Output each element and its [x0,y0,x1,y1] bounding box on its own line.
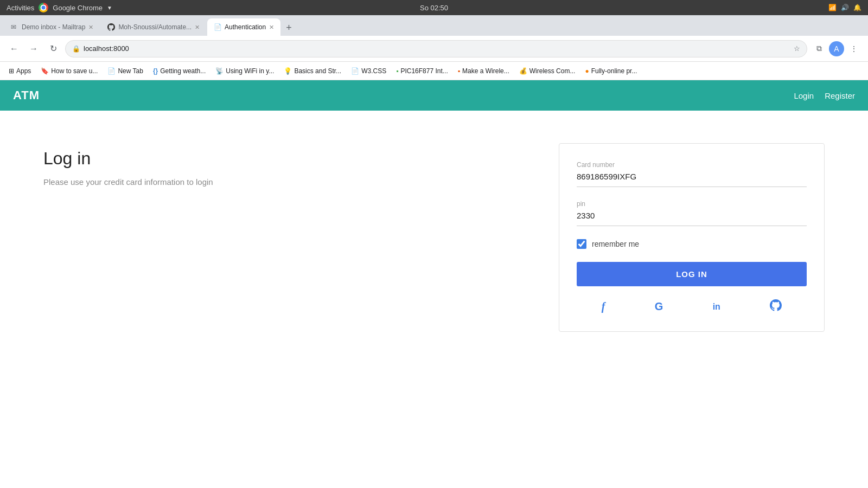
bookmark-wifi[interactable]: 📡 Using WiFi in y... [211,65,278,77]
url-text[interactable]: localhost:8000 [84,44,790,53]
tab-github[interactable]: Moh-Snoussi/Automate... ✕ [101,18,206,36]
bookmark-wireless[interactable]: ▪ Make a Wirele... [454,65,514,77]
tab-auth-close[interactable]: ✕ [269,24,274,31]
bookmark-getting-weather[interactable]: {} Getting weath... [149,65,210,77]
bookmark-wireless-label: Make a Wirele... [462,67,509,75]
bookmark-how-to-save-label: How to save u... [51,67,98,75]
new-tab-button[interactable]: + [282,20,296,36]
bookmark-wireless-com-label: Wireless Com... [529,67,576,75]
os-time: So 02:50 [420,4,448,12]
login-left-panel: Log in Please use your credit card infor… [43,143,537,187]
login-button[interactable]: LOG IN [577,262,807,286]
bookmark-fully-online[interactable]: ● Fully-online pr... [580,65,641,77]
activities-label[interactable]: Activities [7,4,34,12]
pin-group: pin [577,200,807,226]
bookmarks-bar: ⊞ Apps 🔖 How to save u... 📄 New Tab {} G… [0,62,868,80]
linkedin-login-button[interactable]: in [713,302,720,312]
tab-auth-label: Authentication [225,23,266,31]
tab-mailtrap-label: Demo inbox - Mailtrap [22,23,85,31]
page-content: Log in Please use your credit card infor… [0,111,868,488]
card-number-input[interactable] [577,171,807,182]
tab-github-label: Moh-Snoussi/Automate... [118,23,192,31]
login-nav-link[interactable]: Login [794,91,814,100]
bookmark-wifi-label: Using WiFi in y... [226,67,274,75]
bookmark-pic16f877-label: PIC16F877 Int... [400,67,448,75]
volume-icon: 🔊 [841,4,849,11]
facebook-login-button[interactable]: f [602,300,605,313]
tab-bar: ✉ Demo inbox - Mailtrap ✕ Moh-Snoussi/Au… [0,15,868,36]
login-title: Log in [43,149,537,169]
bookmark-icon-4: 📡 [215,67,224,75]
bookmark-basics-label: Basics and Str... [294,67,341,75]
os-bar-right: 📶 🔊 🔔 [828,4,861,11]
github-login-button[interactable] [770,299,782,314]
bookmark-icon-6: 📄 [351,67,359,75]
bookmark-wireless-com[interactable]: 💰 Wireless Com... [515,65,580,77]
bookmark-new-tab-label: New Tab [118,67,143,75]
bookmark-w3css[interactable]: 📄 W3.CSS [347,65,391,77]
bookmark-fully-online-label: Fully-online pr... [591,67,637,75]
google-login-button[interactable]: G [655,300,663,313]
pin-label: pin [577,200,807,208]
login-subtitle: Please use your credit card information … [43,177,537,187]
tab-mailtrap[interactable]: ✉ Demo inbox - Mailtrap ✕ [4,18,100,36]
bookmark-icon-1: 🔖 [41,67,49,75]
bookmark-how-to-save[interactable]: 🔖 How to save u... [36,65,102,77]
bookmark-apps-label: Apps [16,67,31,75]
wifi-icon: 📶 [828,4,837,11]
remember-me-label: remember me [592,240,639,248]
extensions-icon[interactable]: ⧉ [812,41,827,56]
tab-mailtrap-icon: ✉ [11,23,18,31]
reload-button[interactable]: ↻ [46,41,61,56]
pin-input[interactable] [577,210,807,221]
register-nav-link[interactable]: Register [825,91,855,100]
profile-icon[interactable]: A [829,41,844,56]
bookmark-icon-3: {} [153,67,158,75]
bookmark-apps[interactable]: ⊞ Apps [4,65,35,77]
url-bar[interactable]: 🔒 localhost:8000 ☆ [65,40,807,57]
app-logo: ATM [13,88,40,102]
browser-name-label: Google Chrome [53,4,103,12]
social-icons: f G in [577,299,807,314]
os-bar: Activities Google Chrome ▼ So 02:50 📶 🔊 … [0,0,868,15]
app-navbar: ATM Login Register [0,80,868,111]
tab-mailtrap-close[interactable]: ✕ [88,24,93,31]
tab-authentication[interactable]: 📄 Authentication ✕ [207,18,280,36]
tab-auth-icon: 📄 [214,23,221,31]
bookmark-icon-5: 💡 [284,67,292,75]
bookmark-icon-7: ▪ [396,67,398,75]
remember-me-checkbox[interactable] [577,239,586,249]
bookmark-icon-8: ▪ [458,67,460,75]
star-icon[interactable]: ☆ [794,44,800,53]
notification-icon: 🔔 [853,4,861,11]
bookmark-icon-9: 💰 [519,67,527,75]
address-bar: ← → ↻ 🔒 localhost:8000 ☆ ⧉ A ⋮ [0,36,868,62]
app-nav-links: Login Register [794,91,855,100]
apps-grid-icon: ⊞ [9,67,14,75]
bookmark-w3css-label: W3.CSS [361,67,386,75]
toolbar-icons: ⧉ A ⋮ [812,41,861,56]
lock-icon: 🔒 [72,45,80,53]
tab-github-icon [107,23,115,31]
bookmark-getting-weather-label: Getting weath... [160,67,206,75]
remember-me-row: remember me [577,239,807,249]
bookmark-icon-10: ● [585,67,589,75]
menu-icon[interactable]: ⋮ [846,41,861,56]
back-button[interactable]: ← [7,41,22,56]
card-number-group: Card number [577,161,807,187]
login-card: Card number pin remember me LOG IN f G i… [559,143,825,332]
bookmark-icon-2: 📄 [107,67,116,75]
card-number-label: Card number [577,161,807,169]
forward-button[interactable]: → [26,41,41,56]
chrome-logo-icon [39,3,48,12]
bookmark-pic16f877[interactable]: ▪ PIC16F877 Int... [392,65,452,77]
bookmark-new-tab[interactable]: 📄 New Tab [103,65,147,77]
os-bar-left: Activities Google Chrome ▼ [7,3,112,12]
dropdown-icon[interactable]: ▼ [107,5,112,11]
tab-github-close[interactable]: ✕ [195,24,200,31]
bookmark-basics[interactable]: 💡 Basics and Str... [279,65,346,77]
